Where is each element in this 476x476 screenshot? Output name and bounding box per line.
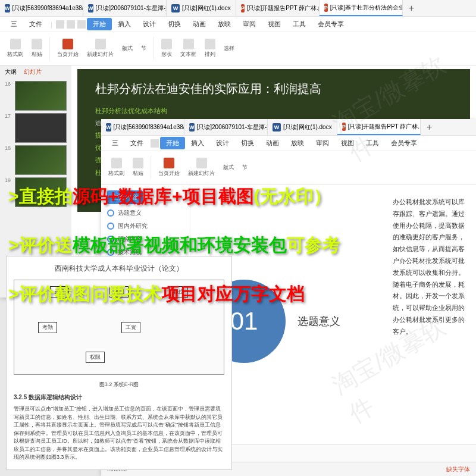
- nav-item-1[interactable]: 选题意义: [107, 209, 184, 217]
- undo-icon[interactable]: [67, 20, 75, 29]
- arrange-button[interactable]: 排列: [201, 37, 219, 60]
- shapes-button[interactable]: 形状: [158, 37, 176, 60]
- menu-hamburger[interactable]: 三: [106, 139, 124, 148]
- layout-button[interactable]: 版式: [118, 43, 136, 54]
- paste-button[interactable]: 粘贴: [129, 156, 147, 178]
- section-heading: 选题意义: [298, 314, 340, 328]
- thumbnail-17[interactable]: 17: [5, 113, 67, 143]
- paragraph-text: 办公耗材批发系统可以库存跟踪、客户遗漏。通过使用办公耗隔，提高数据的准确更好的客…: [387, 190, 476, 428]
- slide-title: 杜邦分析法在迪安佳的实际应用：利润提高: [95, 81, 452, 97]
- tab-label: [只读]网红(1).docx: [182, 4, 231, 12]
- slides-tab[interactable]: 幻灯片: [24, 68, 42, 76]
- nav-item-2[interactable]: 国内外研究: [107, 222, 184, 230]
- menu-file[interactable]: 文件: [124, 139, 149, 148]
- format-painter-button[interactable]: 格式刷: [4, 37, 27, 60]
- menu-slideshow[interactable]: 放映: [212, 20, 237, 29]
- menu-slideshow[interactable]: 放映: [285, 139, 310, 148]
- menu-transition[interactable]: 切换: [162, 20, 187, 29]
- thumbnail-16[interactable]: 16: [5, 81, 67, 111]
- section-button[interactable]: 节: [239, 162, 251, 173]
- tab-doc-3[interactable]: W[只读]网红(1).docx: [268, 119, 337, 135]
- menu-start[interactable]: 开始: [87, 18, 112, 30]
- tab-bar: W[只读]563990f83694a1e38a4ff65c... W[只读]20…: [101, 119, 476, 136]
- section-title: 3.2.5 数据库逻辑结构设计: [14, 393, 224, 402]
- tab-doc-2[interactable]: W[只读]2006079101-车星潭-泸州福...: [184, 119, 268, 135]
- select-button[interactable]: 选择: [220, 43, 238, 54]
- menu-view[interactable]: 视图: [262, 20, 287, 29]
- save-icon[interactable]: [151, 139, 159, 148]
- menu-start[interactable]: 开始: [160, 137, 185, 149]
- menu-file[interactable]: 文件: [23, 20, 48, 29]
- tab-label: [只读]563990f83694a1e38a4ff65c...: [114, 123, 185, 131]
- menu-hamburger[interactable]: 三: [5, 20, 23, 29]
- section-button[interactable]: 节: [137, 43, 150, 54]
- tab-bar: W[只读]563990f83694a1e38a4ff65c... W[只读]20…: [0, 0, 476, 17]
- redo-icon[interactable]: [77, 20, 86, 29]
- overlay-line-1: >直接拍源码+数据库+项目截图(无水印）: [8, 184, 331, 209]
- save-icon[interactable]: [56, 20, 64, 29]
- menu-design[interactable]: 设计: [137, 20, 162, 29]
- overlay-line-2: >评价送模板部署视频和环境安装包可参考: [8, 233, 340, 258]
- new-slide-button[interactable]: 新建幻灯片: [83, 37, 117, 60]
- menu-tools[interactable]: 工具: [360, 139, 385, 148]
- layout-button[interactable]: 版式: [220, 162, 237, 173]
- from-current-button[interactable]: 当页开始: [155, 156, 183, 178]
- tab-label: [只读]网红(1).docx: [283, 123, 332, 131]
- tab-doc-3[interactable]: W[只读]网红(1).docx: [167, 0, 236, 16]
- tab-label: [只读]开题报告PPT 薛广林.pptx: [247, 4, 320, 12]
- menu-design[interactable]: 设计: [210, 139, 235, 148]
- figure-caption: 图3.2 系统E-R图: [14, 381, 224, 389]
- tab-label: [只读]开题报告PPT 薛广林...: [348, 123, 421, 131]
- menu-tools[interactable]: 工具: [287, 20, 312, 29]
- paste-button[interactable]: 粘贴: [28, 37, 46, 60]
- tab-label: [只读]基于杜邦分析法的企业...: [330, 4, 403, 12]
- menu-vip[interactable]: 会员专享: [312, 20, 350, 29]
- toolbar: 格式刷 粘贴 当页开始 新建幻灯片 版式 节: [101, 151, 476, 184]
- overlay-line-3: >评价截图问要技术项目对应万字文档: [8, 282, 305, 306]
- tab-doc-4[interactable]: P[只读]开题报告PPT 薛广林.pptx: [236, 0, 320, 16]
- menu-bar: 三 文件 | 开始 插入 设计 切换 动画 放映 审阅 视图 工具 会员专享: [0, 17, 476, 32]
- from-current-button[interactable]: 当页开始: [54, 37, 82, 60]
- menu-transition[interactable]: 切换: [235, 139, 260, 148]
- outline-tab[interactable]: 大纲: [5, 68, 17, 76]
- menu-animation[interactable]: 动画: [187, 20, 212, 29]
- format-painter-button[interactable]: 格式刷: [105, 156, 128, 178]
- tab-doc-5[interactable]: P[只读]基于杜邦分析法的企业...×: [320, 0, 403, 16]
- new-tab-button[interactable]: +: [403, 3, 420, 14]
- menu-animation[interactable]: 动画: [260, 139, 285, 148]
- menu-insert[interactable]: 插入: [112, 20, 137, 29]
- slide-subtitle: 杜邦分析法优化成本结构: [95, 107, 452, 115]
- menu-review[interactable]: 审阅: [310, 139, 335, 148]
- doc-body: 管理员可以点击"增加员工"按钮，进入增加员工信息的页面，在该页面中，管理员需要填…: [14, 405, 224, 462]
- thumbnail-18[interactable]: 18: [5, 145, 67, 175]
- tab-label: [只读]563990f83694a1e38a4ff65c...: [12, 4, 84, 12]
- tab-doc-4[interactable]: P[只读]开题报告PPT 薛广林...: [337, 119, 421, 135]
- tab-doc-1[interactable]: W[只读]563990f83694a1e38a4ff65c...: [0, 0, 83, 16]
- menu-view[interactable]: 视图: [335, 139, 360, 148]
- menu-vip[interactable]: 会员专享: [385, 139, 423, 148]
- toolbar: 格式刷 粘贴 当页开始 新建幻灯片 版式 节 形状 文本框 排列 选择: [0, 32, 476, 65]
- menu-bar: 三 文件 开始 插入 设计 切换 动画 放映 审阅 视图 工具 会员专享: [101, 136, 476, 151]
- missing-fonts-warning[interactable]: 缺失字体: [446, 465, 470, 474]
- tab-label: [只读]2006079101-车星潭-泸州福...: [96, 4, 167, 12]
- textbox-button[interactable]: 文本框: [177, 37, 200, 60]
- new-tab-button[interactable]: +: [421, 122, 438, 133]
- menu-insert[interactable]: 插入: [185, 139, 210, 148]
- doc-header: 西南科技大学成人本科毕业设计（论文）: [14, 264, 224, 274]
- tab-doc-1[interactable]: W[只读]563990f83694a1e38a4ff65c...: [101, 119, 184, 135]
- menu-review[interactable]: 审阅: [237, 20, 262, 29]
- new-slide-button[interactable]: 新建幻灯片: [184, 156, 218, 178]
- tab-label: [只读]2006079101-车星潭-泸州福...: [197, 123, 268, 131]
- tab-doc-2[interactable]: W[只读]2006079101-车星潭-泸州福...: [83, 0, 167, 16]
